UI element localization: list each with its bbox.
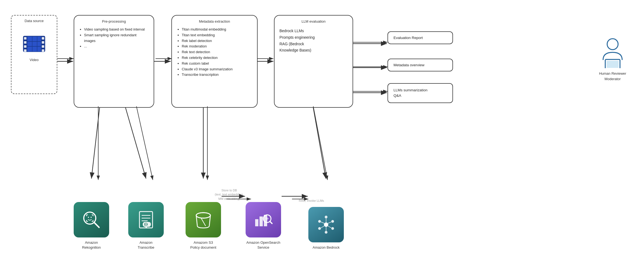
diagram-container: Data source: [0, 0, 644, 265]
rag-invoke-label: RAG, Invoke LLMs: [299, 199, 324, 202]
svg-rect-22: [42, 49, 44, 52]
metadata-bullet-6: Rek celebrity detection: [182, 55, 252, 61]
svg-rect-20: [42, 41, 44, 44]
svg-point-58: [331, 220, 334, 223]
opensearch-icon: [246, 202, 281, 237]
svg-line-77: [126, 108, 146, 179]
svg-line-64: [328, 222, 331, 223]
svg-line-76: [91, 108, 100, 179]
human-reviewer-label: Human ReviewerModerator: [599, 71, 626, 82]
svg-rect-23: [27, 37, 41, 52]
metadata-bullet-3: Rek label detection: [182, 38, 252, 44]
transcribe-icon: [128, 202, 164, 237]
svg-line-13: [313, 106, 327, 180]
svg-point-60: [325, 231, 327, 234]
rekognition-icon: [74, 202, 109, 237]
svg-rect-17: [24, 45, 26, 48]
svg-point-47: [196, 213, 210, 218]
amazon-transcribe-block: AmazonTranscribe: [128, 202, 164, 250]
svg-point-28: [607, 39, 618, 50]
svg-rect-21: [42, 45, 44, 48]
preprocessing-bullet-3: ...: [84, 44, 149, 49]
preprocessing-bullet-2: Smart sampling ignore redundant images: [84, 32, 149, 44]
video-label: Video: [29, 58, 38, 62]
output-box-3: LLMs summarizationQ&A: [387, 83, 453, 103]
opensearch-label: Amazon OpenSearchService: [246, 240, 280, 250]
svg-rect-41: [143, 222, 151, 227]
metadata-bullet-7: Rek custom label: [182, 61, 252, 67]
metadata-bullet-5: Rek text detection: [182, 49, 252, 55]
svg-line-53: [270, 221, 272, 224]
svg-point-56: [324, 222, 328, 227]
output-label-1: Evaluation Report: [393, 36, 423, 40]
svg-line-34: [94, 222, 99, 227]
metadata-bullet-4: Rek moderation: [182, 44, 252, 49]
bedrock-label: Amazon Bedrock: [313, 245, 340, 250]
svg-point-59: [331, 227, 334, 230]
svg-point-62: [318, 220, 321, 223]
amazon-rekognition-block: AmazonRekognition: [74, 202, 109, 250]
svg-point-36: [91, 217, 92, 218]
svg-point-57: [325, 216, 327, 218]
svg-rect-32: [607, 61, 619, 68]
preprocessing-title: Pre-processing: [79, 19, 149, 23]
metadata-bullet-1: Titan multimodal embedding: [182, 27, 252, 32]
svg-rect-18: [24, 49, 26, 52]
amazon-s3-block: Amazom S3Policy document: [186, 202, 221, 250]
llm-eval-title: LLM evaluation: [279, 19, 348, 23]
llm-eval-box: LLM evaluation Bedrock LLMs Prompts engi…: [274, 15, 353, 108]
preprocessing-bullets: Video sampling based on fixed interval S…: [79, 27, 149, 49]
rekognition-label: AmazonRekognition: [82, 240, 101, 250]
metadata-bullets: Titan multimodal embedding Titan text em…: [177, 27, 252, 78]
svg-point-35: [88, 217, 89, 218]
metadata-title: Metadata extraction: [177, 19, 252, 23]
data-source-title: Data source: [25, 19, 44, 23]
svg-point-61: [318, 227, 321, 230]
human-reviewer: Human ReviewerModerator: [598, 35, 628, 82]
output-label-2: Metadata overview: [393, 63, 424, 67]
llm-eval-text: Bedrock LLMs Prompts engineering RAG (Be…: [279, 28, 348, 54]
metadata-bullet-8: Claude v3 Image summarization: [182, 67, 252, 72]
human-reviewer-icon: [598, 35, 628, 68]
amazon-opensearch-block: Amazon OpenSearchService: [246, 202, 281, 250]
transcribe-label: AmazonTranscribe: [138, 240, 154, 250]
s3-icon: [186, 202, 221, 237]
svg-rect-50: [260, 216, 263, 226]
metadata-bullet-9: Transcribe transcription: [182, 72, 252, 78]
svg-line-48: [201, 218, 205, 226]
video-icon: [22, 34, 46, 55]
data-source-box: Data source: [11, 15, 57, 94]
output-box-1: Evaluation Report: [387, 31, 453, 44]
svg-rect-15: [24, 37, 26, 40]
svg-line-67: [321, 226, 324, 228]
metadata-box: Metadata extraction Titan multimodal emb…: [171, 15, 258, 108]
svg-rect-19: [42, 37, 44, 40]
amazon-bedrock-block: Amazon Bedrock: [308, 207, 344, 250]
svg-line-68: [321, 222, 324, 223]
preprocessing-box: Pre-processing Video sampling based on f…: [74, 15, 154, 108]
preprocessing-bullet-1: Video sampling based on fixed interval: [84, 27, 149, 32]
svg-rect-49: [255, 219, 258, 226]
bedrock-icon: [308, 207, 344, 242]
svg-rect-16: [24, 41, 26, 44]
svg-line-9: [136, 106, 153, 180]
svg-line-81: [313, 108, 326, 179]
metadata-bullet-2: Titan text embedding: [182, 32, 252, 38]
store-db-label: Store to DB(text, text embedding,MM embe…: [207, 188, 251, 201]
s3-label: Amazom S3Policy document: [190, 240, 216, 250]
output-label-3: LLMs summarizationQ&A: [393, 88, 428, 98]
output-box-2: Metadata overview: [387, 59, 453, 71]
svg-line-65: [328, 226, 331, 228]
